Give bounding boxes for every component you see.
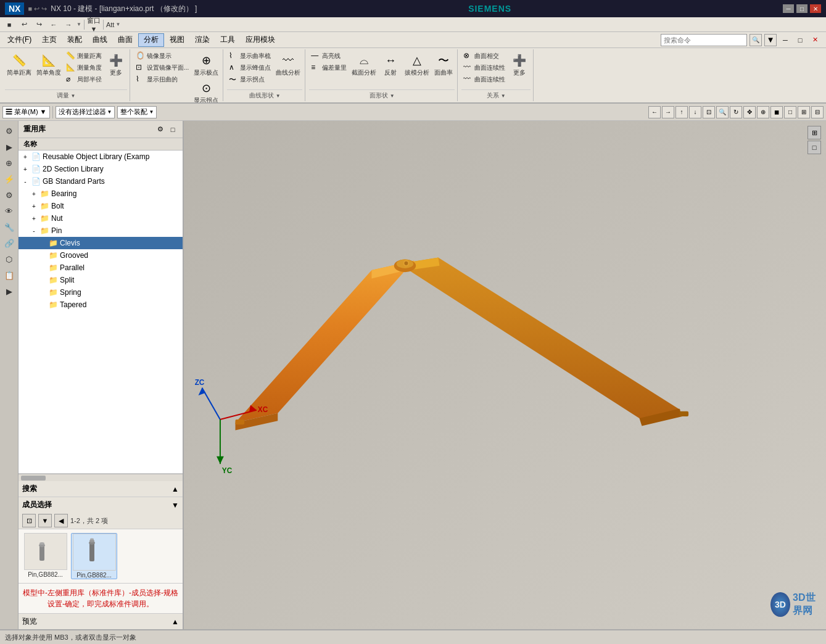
nut-toggle[interactable]: + [30,214,38,223]
cmd-pan[interactable]: ✥ [743,106,756,118]
tool-mirror-display[interactable]: 🪞 镜像显示 [134,51,191,62]
tool-more-relation[interactable]: ➕ 更多 [508,51,531,78]
preview-section[interactable]: 预览 ▲ [19,613,183,629]
qbtn-window[interactable]: 窗口 ▼ [87,19,101,31]
menu-home[interactable]: 主页 [37,33,62,47]
sidebar-icon-link[interactable]: 🔗 [2,236,17,250]
tool-show-distorted[interactable]: ⌇ 显示扭曲的 [134,74,191,85]
menu-file[interactable]: 文件(F) [2,33,36,47]
sidebar-icon-eye[interactable]: 👁 [2,204,17,218]
menu-tools[interactable]: 工具 [215,33,240,47]
cmd-view-more[interactable]: ⊟ [811,106,824,118]
tool-show-inflect2[interactable]: 〜 显示拐点 [227,74,273,85]
grooved-toggle[interactable] [38,251,47,260]
cmd-back[interactable]: ← [648,106,661,118]
tree-hscrollbar[interactable] [19,474,183,481]
menu-dropdown[interactable]: ☰ 菜单(M) ▼ [2,106,50,118]
reusable-toggle[interactable]: + [21,152,30,161]
cmd-fit[interactable]: ⊡ [703,106,715,118]
member-item-pin2[interactable]: Pin,GB882... [71,533,117,579]
sidebar-icon-add[interactable]: ⊕ [2,155,17,170]
menu-apps[interactable]: 应用模块 [241,33,280,47]
tree-item-bolt[interactable]: + 📁 Bolt [19,200,183,212]
tool-face-curvature[interactable]: 〜 面曲率 [432,51,455,78]
tool-curve-analysis[interactable]: 〰 曲线分析 [274,51,302,78]
menu-curve[interactable]: 曲线 [88,33,112,47]
member-prev-btn[interactable]: ◀ [54,514,68,527]
tool-show-inflection[interactable]: ⊙ 显示拐点 [192,78,220,104]
tool-deviation[interactable]: ≡ 偏差量里 [309,62,349,73]
viewport-ctrl-1[interactable]: ⊞ [807,126,821,139]
bearing-toggle[interactable]: + [30,189,38,198]
qbar-dropdown[interactable]: ▼ [76,22,81,27]
tool-draft-analysis[interactable]: △ 拔模分析 [403,51,431,78]
qbtn-redo[interactable]: ↪ [32,19,46,31]
bolt-toggle[interactable]: + [30,202,38,210]
qbtn-forward[interactable]: → [62,19,75,31]
tool-reflect[interactable]: ↔ 反射 [379,51,402,78]
tool-measure-angle[interactable]: 📐 测量角度 [64,62,104,73]
tree-item-parallel[interactable]: 📁 Parallel [19,262,183,274]
cmd-shade[interactable]: ◼ [770,106,783,118]
ribbon-minimize[interactable]: ─ [779,34,791,46]
sidebar-icon-history[interactable]: 📋 [2,268,17,283]
sidebar-icon-gear[interactable]: ⚙ [2,188,17,202]
2dsection-toggle[interactable]: + [21,165,30,173]
tree-item-tapered[interactable]: 📁 Tapered [19,299,183,311]
tool-local-radius[interactable]: ⌀ 局部半径 [64,74,104,85]
cmd-snap[interactable]: ⊞ [798,106,810,118]
clevis-toggle[interactable] [38,239,47,247]
window-controls[interactable]: ─ □ ✕ [783,4,821,13]
tree-item-bearing[interactable]: + 📁 Bearing [19,188,183,200]
tree-item-reusable[interactable]: + 📄 Reusable Object Library (Examp [19,151,183,163]
member-view-btn[interactable]: ⊡ [22,514,36,527]
viewport[interactable]: ZC XC YC X Y [184,121,826,629]
cmd-up[interactable]: ↑ [675,106,688,118]
menu-analysis[interactable]: 分析 [138,33,164,47]
cmd-rotate[interactable]: ↻ [730,106,742,118]
cmd-zoom[interactable]: 🔍 [716,106,729,118]
viewport-ctrl-2[interactable]: □ [807,141,821,154]
parallel-toggle[interactable] [38,263,47,272]
menu-assembly[interactable]: 装配 [62,33,87,47]
tapered-toggle[interactable] [38,300,47,309]
tree-item-2dsection[interactable]: + 📄 2D Section Library [19,163,183,175]
ribbon-restore[interactable]: □ [794,34,806,46]
tree-item-pin[interactable]: - 📁 Pin [19,225,183,237]
tree-item-clevis[interactable]: 📁 Clevis [19,237,183,249]
tool-show-curvature-comb[interactable]: ⌇ 显示曲率梳 [227,51,273,62]
ribbon-close[interactable]: ✕ [809,34,821,46]
filter-dropdown[interactable]: 没有选择过滤器 ▼ [56,106,115,118]
split-toggle[interactable] [38,276,47,284]
tool-set-mirror-plane[interactable]: ⊡ 设置镜像平面... [134,62,191,73]
member-filter-btn[interactable]: ▼ [38,514,52,527]
close-button[interactable]: ✕ [810,4,821,13]
tool-simple-distance[interactable]: 📏 简单距离 [5,51,33,78]
library-close-btn[interactable]: □ [168,125,178,134]
search-input[interactable] [661,34,747,46]
search-button[interactable]: 🔍 [750,34,762,46]
sidebar-icon-play[interactable]: ▶ [2,139,17,154]
member-arrow[interactable]: ▼ [171,501,179,510]
scope-dropdown[interactable]: 整个装配 ▼ [117,106,157,118]
tool-show-poles[interactable]: ⊕ 显示极点 [192,51,220,78]
tree-item-spring[interactable]: 📁 Spring [19,286,183,299]
library-tree[interactable]: + 📄 Reusable Object Library (Examp + 📄 2… [19,151,183,474]
tree-item-gbstandard[interactable]: - 📄 GB Standard Parts [19,175,183,188]
gbstandard-toggle[interactable]: - [21,177,30,186]
tool-highlight-line[interactable]: — 高亮线 [309,51,349,62]
sidebar-icon-lightning[interactable]: ⚡ [2,171,17,186]
cmd-wire[interactable]: □ [784,106,796,118]
sidebar-icon-nav[interactable]: ▶ [2,284,17,299]
tool-section-analysis[interactable]: ⌓ 截面分析 [350,51,378,78]
tool-simple-angle[interactable]: 📐 简单角度 [35,51,63,78]
tool-surface-continuity[interactable]: 〰 曲面连续性 [461,62,507,73]
spring-toggle[interactable] [38,288,47,297]
menu-surface[interactable]: 曲面 [113,33,138,47]
cmd-orient[interactable]: ⊕ [757,106,769,118]
tool-surface-intersect[interactable]: ⊗ 曲面相交 [461,51,507,62]
search-section[interactable]: 搜索 ▲ [19,481,183,497]
menu-view[interactable]: 视图 [165,33,189,47]
sidebar-icon-wrench[interactable]: 🔧 [2,220,17,234]
qbtn-save[interactable]: ■ [2,19,16,31]
